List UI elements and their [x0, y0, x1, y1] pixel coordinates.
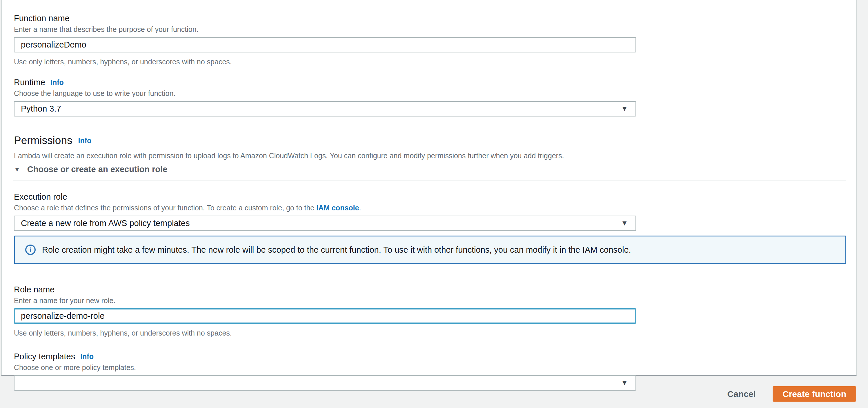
function-name-helper: Use only letters, numbers, hyphens, or u… — [14, 57, 845, 66]
dropdown-arrow-icon: ▼ — [621, 219, 628, 227]
role-creation-alert: i Role creation might take a few minutes… — [14, 236, 846, 264]
runtime-field: Runtime Info Choose the language to use … — [14, 77, 845, 117]
permissions-heading: Permissions — [14, 134, 72, 147]
execution-role-label: Execution role — [14, 192, 845, 202]
permissions-description: Lambda will create an execution role wit… — [14, 151, 845, 160]
dropdown-arrow-icon: ▼ — [621, 379, 628, 387]
execution-role-expander-label: Choose or create an execution role — [27, 165, 167, 174]
role-name-description: Enter a name for your new role. — [14, 296, 845, 305]
role-creation-alert-text: Role creation might take a few minutes. … — [42, 245, 631, 255]
policy-templates-select[interactable]: ▼ — [14, 375, 636, 390]
function-name-label: Function name — [14, 13, 845, 24]
role-name-label: Role name — [14, 284, 845, 295]
section-divider — [13, 180, 846, 181]
execution-role-field: Execution role Choose a role that define… — [14, 192, 845, 231]
footer-actions: Cancel Create function — [727, 386, 856, 402]
runtime-selected-value: Python 3.7 — [21, 104, 61, 114]
runtime-select[interactable]: Python 3.7 ▼ — [14, 101, 636, 117]
function-name-field: Function name Enter a name that describe… — [14, 13, 845, 66]
policy-templates-label: Policy templates — [14, 351, 75, 362]
runtime-description: Choose the language to use to write your… — [14, 89, 845, 98]
function-name-description: Enter a name that describes the purpose … — [14, 25, 845, 34]
runtime-label: Runtime — [14, 77, 45, 88]
role-name-input[interactable] — [14, 308, 636, 324]
execution-role-select[interactable]: Create a new role from AWS policy templa… — [14, 216, 636, 231]
dropdown-arrow-icon: ▼ — [621, 104, 628, 113]
iam-console-link[interactable]: IAM console — [316, 204, 359, 212]
policy-templates-info-link[interactable]: Info — [80, 352, 94, 361]
execution-role-description: Choose a role that defines the permissio… — [14, 203, 845, 212]
info-circle-icon: i — [25, 245, 36, 255]
cancel-button[interactable]: Cancel — [727, 389, 756, 399]
caret-down-icon: ▼ — [14, 166, 20, 173]
policy-templates-description: Choose one or more policy templates. — [14, 363, 845, 372]
basic-information-panel: Function name Enter a name that describe… — [1, 0, 857, 376]
runtime-info-link[interactable]: Info — [51, 78, 64, 87]
permissions-section-header: Permissions Info — [14, 134, 845, 147]
policy-templates-field: Policy templates Info Choose one or more… — [14, 351, 845, 390]
function-name-input[interactable] — [14, 37, 636, 53]
create-function-button[interactable]: Create function — [773, 386, 856, 402]
role-name-helper: Use only letters, numbers, hyphens, or u… — [14, 328, 845, 337]
execution-role-selected-value: Create a new role from AWS policy templa… — [21, 219, 190, 228]
execution-role-expander[interactable]: ▼ Choose or create an execution role — [14, 165, 167, 174]
permissions-info-link[interactable]: Info — [78, 136, 92, 145]
role-name-field: Role name Enter a name for your new role… — [14, 284, 845, 337]
